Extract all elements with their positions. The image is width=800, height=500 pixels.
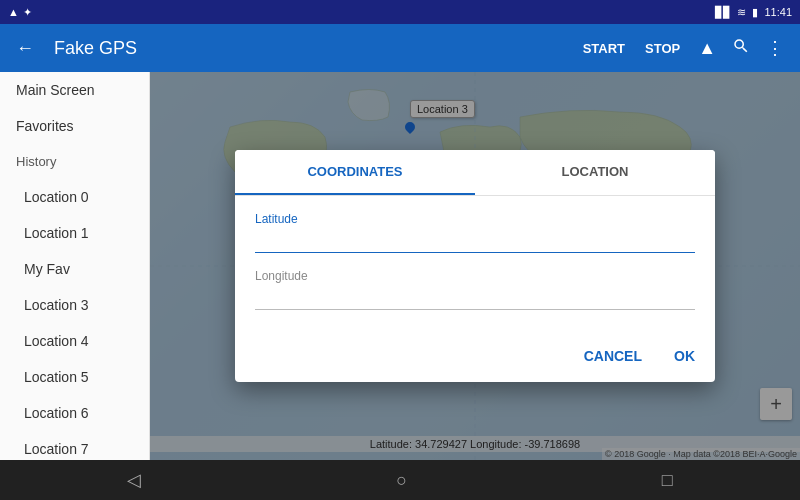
sidebar-item-myfav[interactable]: My Fav <box>0 251 149 287</box>
stop-button[interactable]: STOP <box>639 37 686 60</box>
sidebar-section-history: History <box>0 144 149 179</box>
coordinates-dialog: COORDINATES LOCATION Latitude Longit <box>235 150 715 382</box>
main-layout: Main Screen Favorites History Location 0… <box>0 72 800 460</box>
sidebar-item-location6[interactable]: Location 6 <box>0 395 149 431</box>
status-bar-right: ▊▊ ≋ ▮ 11:41 <box>715 6 792 19</box>
battery-icon: ▮ <box>752 6 758 19</box>
sidebar-item-location4[interactable]: Location 4 <box>0 323 149 359</box>
tab-location[interactable]: LOCATION <box>475 150 715 195</box>
wifi-icon: ▲ <box>8 6 19 18</box>
back-button[interactable]: ← <box>12 34 38 63</box>
longitude-input[interactable] <box>255 285 695 310</box>
latitude-label: Latitude <box>255 212 695 226</box>
time-display: 11:41 <box>764 6 792 18</box>
bottom-nav: ◁ ○ □ <box>0 460 800 500</box>
sidebar-item-location1[interactable]: Location 1 <box>0 215 149 251</box>
dialog-tabs: COORDINATES LOCATION <box>235 150 715 196</box>
app-title: Fake GPS <box>54 38 561 59</box>
app-bar-actions: START STOP ▲ ⋮ <box>577 33 788 64</box>
longitude-label: Longitude <box>255 269 695 283</box>
app-bar: ← Fake GPS START STOP ▲ ⋮ <box>0 24 800 72</box>
more-button[interactable]: ⋮ <box>762 33 788 63</box>
sidebar-item-favorites[interactable]: Favorites <box>0 108 149 144</box>
signal-icon: ▊▊ <box>715 6 731 19</box>
longitude-input-group: Longitude <box>255 269 695 310</box>
ok-button[interactable]: OK <box>666 342 703 370</box>
layers-button[interactable]: ▲ <box>694 34 720 63</box>
cancel-button[interactable]: CANCEL <box>576 342 650 370</box>
sidebar-item-location0[interactable]: Location 0 <box>0 179 149 215</box>
sidebar-item-location5[interactable]: Location 5 <box>0 359 149 395</box>
sidebar-item-main-screen[interactable]: Main Screen <box>0 72 149 108</box>
tab-coordinates[interactable]: COORDINATES <box>235 150 475 195</box>
nav-back-button[interactable]: ◁ <box>107 465 161 495</box>
nav-recent-button[interactable]: □ <box>642 466 693 495</box>
latitude-input[interactable] <box>255 228 695 253</box>
nav-home-button[interactable]: ○ <box>376 466 427 495</box>
status-bar: ▲ ✦ ▊▊ ≋ ▮ 11:41 <box>0 0 800 24</box>
start-button[interactable]: START <box>577 37 631 60</box>
sidebar-item-location7[interactable]: Location 7 <box>0 431 149 460</box>
status-bar-left: ▲ ✦ <box>8 6 32 19</box>
dialog-overlay: COORDINATES LOCATION Latitude Longit <box>150 72 800 460</box>
latitude-input-group: Latitude <box>255 212 695 253</box>
wifi-status-icon: ≋ <box>737 6 746 19</box>
dialog-actions: CANCEL OK <box>235 334 715 382</box>
dialog-body: Latitude Longitude <box>235 196 715 334</box>
search-button[interactable] <box>728 33 754 64</box>
sidebar-item-location3[interactable]: Location 3 <box>0 287 149 323</box>
map-area[interactable]: Location 3 + Latitude: 34.729427 Longitu… <box>150 72 800 460</box>
sidebar: Main Screen Favorites History Location 0… <box>0 72 150 460</box>
gps-icon: ✦ <box>23 6 32 19</box>
